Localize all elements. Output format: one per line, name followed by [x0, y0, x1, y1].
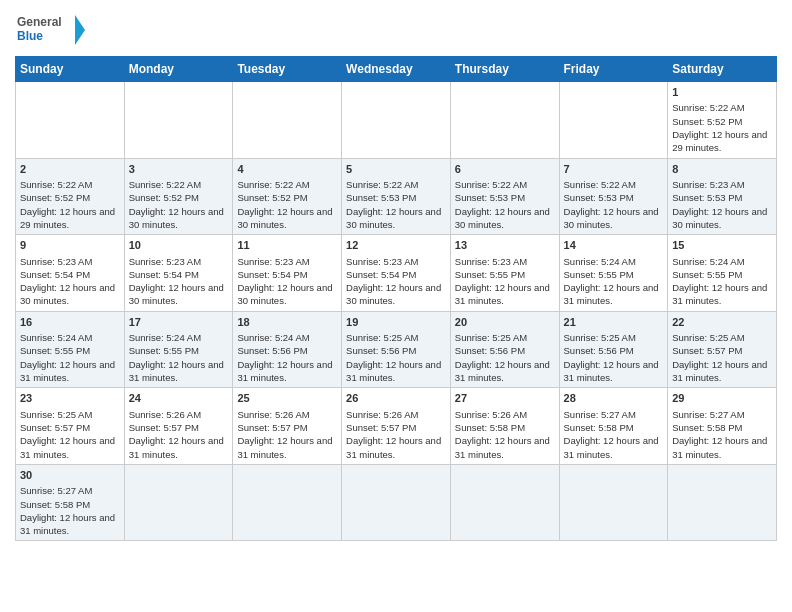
- cell-date-number: 14: [564, 238, 664, 253]
- cell-info: Sunrise: 5:25 AM Sunset: 5:57 PM Dayligh…: [672, 331, 772, 384]
- calendar-cell: [233, 464, 342, 541]
- calendar-cell: 27Sunrise: 5:26 AM Sunset: 5:58 PM Dayli…: [450, 388, 559, 465]
- cell-info: Sunrise: 5:25 AM Sunset: 5:56 PM Dayligh…: [455, 331, 555, 384]
- cell-info: Sunrise: 5:22 AM Sunset: 5:52 PM Dayligh…: [129, 178, 229, 231]
- day-header-friday: Friday: [559, 57, 668, 82]
- cell-date-number: 1: [672, 85, 772, 100]
- cell-info: Sunrise: 5:22 AM Sunset: 5:53 PM Dayligh…: [564, 178, 664, 231]
- cell-info: Sunrise: 5:24 AM Sunset: 5:55 PM Dayligh…: [20, 331, 120, 384]
- cell-info: Sunrise: 5:26 AM Sunset: 5:57 PM Dayligh…: [346, 408, 446, 461]
- cell-date-number: 27: [455, 391, 555, 406]
- cell-info: Sunrise: 5:26 AM Sunset: 5:57 PM Dayligh…: [129, 408, 229, 461]
- calendar-cell: 22Sunrise: 5:25 AM Sunset: 5:57 PM Dayli…: [668, 311, 777, 388]
- day-header-monday: Monday: [124, 57, 233, 82]
- week-row-1: 1Sunrise: 5:22 AM Sunset: 5:52 PM Daylig…: [16, 82, 777, 159]
- day-header-thursday: Thursday: [450, 57, 559, 82]
- day-header-tuesday: Tuesday: [233, 57, 342, 82]
- calendar-cell: [450, 464, 559, 541]
- calendar-cell: 8Sunrise: 5:23 AM Sunset: 5:53 PM Daylig…: [668, 158, 777, 235]
- cell-date-number: 24: [129, 391, 229, 406]
- cell-date-number: 28: [564, 391, 664, 406]
- calendar-cell: [233, 82, 342, 159]
- calendar-cell: [342, 82, 451, 159]
- day-header-sunday: Sunday: [16, 57, 125, 82]
- calendar-cell: 12Sunrise: 5:23 AM Sunset: 5:54 PM Dayli…: [342, 235, 451, 312]
- svg-text:General: General: [17, 15, 62, 29]
- calendar-cell: 7Sunrise: 5:22 AM Sunset: 5:53 PM Daylig…: [559, 158, 668, 235]
- cell-date-number: 22: [672, 315, 772, 330]
- cell-info: Sunrise: 5:27 AM Sunset: 5:58 PM Dayligh…: [672, 408, 772, 461]
- cell-date-number: 23: [20, 391, 120, 406]
- calendar-cell: 13Sunrise: 5:23 AM Sunset: 5:55 PM Dayli…: [450, 235, 559, 312]
- logo-svg: General Blue: [15, 10, 85, 50]
- cell-date-number: 21: [564, 315, 664, 330]
- header: General Blue: [15, 10, 777, 50]
- cell-info: Sunrise: 5:22 AM Sunset: 5:53 PM Dayligh…: [346, 178, 446, 231]
- cell-date-number: 13: [455, 238, 555, 253]
- cell-info: Sunrise: 5:23 AM Sunset: 5:54 PM Dayligh…: [129, 255, 229, 308]
- cell-info: Sunrise: 5:24 AM Sunset: 5:56 PM Dayligh…: [237, 331, 337, 384]
- cell-date-number: 15: [672, 238, 772, 253]
- calendar-cell: [668, 464, 777, 541]
- cell-info: Sunrise: 5:22 AM Sunset: 5:52 PM Dayligh…: [20, 178, 120, 231]
- calendar-cell: 19Sunrise: 5:25 AM Sunset: 5:56 PM Dayli…: [342, 311, 451, 388]
- calendar-cell: 5Sunrise: 5:22 AM Sunset: 5:53 PM Daylig…: [342, 158, 451, 235]
- cell-info: Sunrise: 5:26 AM Sunset: 5:58 PM Dayligh…: [455, 408, 555, 461]
- calendar-cell: [16, 82, 125, 159]
- calendar-cell: [559, 82, 668, 159]
- cell-info: Sunrise: 5:24 AM Sunset: 5:55 PM Dayligh…: [129, 331, 229, 384]
- week-row-5: 23Sunrise: 5:25 AM Sunset: 5:57 PM Dayli…: [16, 388, 777, 465]
- cell-info: Sunrise: 5:23 AM Sunset: 5:53 PM Dayligh…: [672, 178, 772, 231]
- cell-date-number: 8: [672, 162, 772, 177]
- week-row-3: 9Sunrise: 5:23 AM Sunset: 5:54 PM Daylig…: [16, 235, 777, 312]
- cell-date-number: 17: [129, 315, 229, 330]
- calendar-cell: 20Sunrise: 5:25 AM Sunset: 5:56 PM Dayli…: [450, 311, 559, 388]
- cell-info: Sunrise: 5:23 AM Sunset: 5:54 PM Dayligh…: [237, 255, 337, 308]
- calendar-cell: 2Sunrise: 5:22 AM Sunset: 5:52 PM Daylig…: [16, 158, 125, 235]
- week-row-6: 30Sunrise: 5:27 AM Sunset: 5:58 PM Dayli…: [16, 464, 777, 541]
- cell-date-number: 25: [237, 391, 337, 406]
- cell-info: Sunrise: 5:22 AM Sunset: 5:52 PM Dayligh…: [237, 178, 337, 231]
- calendar-cell: 28Sunrise: 5:27 AM Sunset: 5:58 PM Dayli…: [559, 388, 668, 465]
- calendar-cell: 4Sunrise: 5:22 AM Sunset: 5:52 PM Daylig…: [233, 158, 342, 235]
- cell-date-number: 7: [564, 162, 664, 177]
- day-header-row: SundayMondayTuesdayWednesdayThursdayFrid…: [16, 57, 777, 82]
- cell-info: Sunrise: 5:24 AM Sunset: 5:55 PM Dayligh…: [564, 255, 664, 308]
- calendar-cell: 25Sunrise: 5:26 AM Sunset: 5:57 PM Dayli…: [233, 388, 342, 465]
- svg-text:Blue: Blue: [17, 29, 43, 43]
- cell-info: Sunrise: 5:22 AM Sunset: 5:53 PM Dayligh…: [455, 178, 555, 231]
- calendar-cell: 21Sunrise: 5:25 AM Sunset: 5:56 PM Dayli…: [559, 311, 668, 388]
- cell-date-number: 18: [237, 315, 337, 330]
- week-row-4: 16Sunrise: 5:24 AM Sunset: 5:55 PM Dayli…: [16, 311, 777, 388]
- calendar-cell: 24Sunrise: 5:26 AM Sunset: 5:57 PM Dayli…: [124, 388, 233, 465]
- cell-date-number: 10: [129, 238, 229, 253]
- calendar-cell: 29Sunrise: 5:27 AM Sunset: 5:58 PM Dayli…: [668, 388, 777, 465]
- calendar-cell: [450, 82, 559, 159]
- calendar-cell: 16Sunrise: 5:24 AM Sunset: 5:55 PM Dayli…: [16, 311, 125, 388]
- svg-marker-2: [75, 15, 85, 45]
- cell-info: Sunrise: 5:23 AM Sunset: 5:55 PM Dayligh…: [455, 255, 555, 308]
- cell-info: Sunrise: 5:27 AM Sunset: 5:58 PM Dayligh…: [20, 484, 120, 537]
- calendar-cell: [124, 464, 233, 541]
- logo: General Blue: [15, 10, 85, 50]
- cell-date-number: 16: [20, 315, 120, 330]
- calendar-cell: 9Sunrise: 5:23 AM Sunset: 5:54 PM Daylig…: [16, 235, 125, 312]
- cell-date-number: 6: [455, 162, 555, 177]
- cell-date-number: 29: [672, 391, 772, 406]
- calendar-cell: 23Sunrise: 5:25 AM Sunset: 5:57 PM Dayli…: [16, 388, 125, 465]
- cell-date-number: 19: [346, 315, 446, 330]
- cell-info: Sunrise: 5:27 AM Sunset: 5:58 PM Dayligh…: [564, 408, 664, 461]
- calendar-cell: 26Sunrise: 5:26 AM Sunset: 5:57 PM Dayli…: [342, 388, 451, 465]
- calendar-cell: 30Sunrise: 5:27 AM Sunset: 5:58 PM Dayli…: [16, 464, 125, 541]
- calendar-cell: 14Sunrise: 5:24 AM Sunset: 5:55 PM Dayli…: [559, 235, 668, 312]
- cell-date-number: 3: [129, 162, 229, 177]
- day-header-saturday: Saturday: [668, 57, 777, 82]
- cell-date-number: 30: [20, 468, 120, 483]
- calendar-cell: 6Sunrise: 5:22 AM Sunset: 5:53 PM Daylig…: [450, 158, 559, 235]
- cell-date-number: 20: [455, 315, 555, 330]
- cell-info: Sunrise: 5:25 AM Sunset: 5:57 PM Dayligh…: [20, 408, 120, 461]
- cell-date-number: 11: [237, 238, 337, 253]
- cell-date-number: 12: [346, 238, 446, 253]
- week-row-2: 2Sunrise: 5:22 AM Sunset: 5:52 PM Daylig…: [16, 158, 777, 235]
- calendar-cell: 10Sunrise: 5:23 AM Sunset: 5:54 PM Dayli…: [124, 235, 233, 312]
